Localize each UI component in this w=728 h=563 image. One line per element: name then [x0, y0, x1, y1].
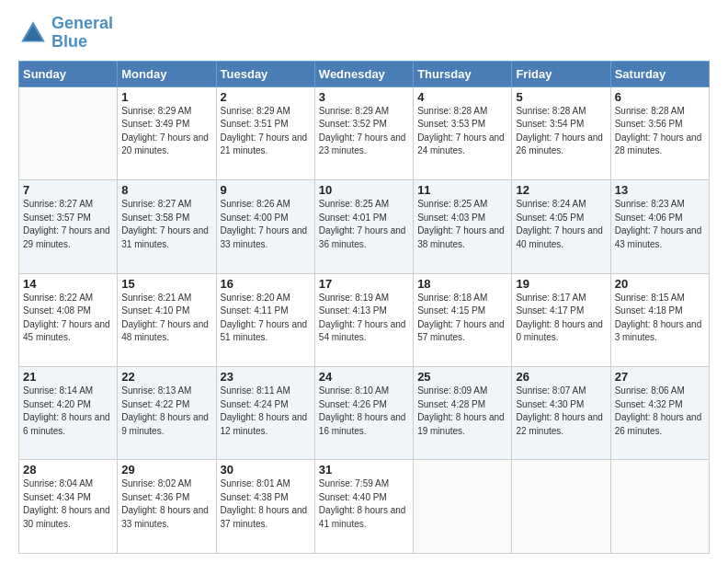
- day-number: 26: [516, 370, 606, 384]
- day-number: 28: [23, 463, 113, 477]
- day-number: 30: [221, 463, 311, 477]
- calendar-cell: 7Sunrise: 8:27 AMSunset: 3:57 PMDaylight…: [19, 180, 118, 273]
- day-number: 24: [319, 370, 409, 384]
- calendar-cell: 8Sunrise: 8:27 AMSunset: 3:58 PMDaylight…: [118, 180, 216, 273]
- day-number: 12: [516, 183, 606, 197]
- day-number: 7: [23, 183, 113, 197]
- day-info: Sunrise: 8:19 AMSunset: 4:13 PMDaylight:…: [319, 292, 409, 345]
- calendar-cell: 11Sunrise: 8:25 AMSunset: 4:03 PMDayligh…: [414, 180, 512, 273]
- header: General Blue: [18, 15, 710, 52]
- calendar-cell: 10Sunrise: 8:25 AMSunset: 4:01 PMDayligh…: [314, 180, 413, 273]
- day-number: 3: [319, 90, 409, 104]
- calendar-cell: 4Sunrise: 8:28 AMSunset: 3:53 PMDaylight…: [414, 86, 512, 179]
- day-number: 6: [615, 90, 705, 104]
- day-number: 13: [615, 183, 705, 197]
- day-number: 27: [615, 370, 705, 384]
- day-info: Sunrise: 7:59 AMSunset: 4:40 PMDaylight:…: [319, 477, 409, 531]
- day-number: 10: [319, 183, 409, 197]
- calendar-cell: [414, 460, 512, 554]
- calendar-cell: 26Sunrise: 8:07 AMSunset: 4:30 PMDayligh…: [512, 367, 610, 460]
- calendar-week-row: 14Sunrise: 8:22 AMSunset: 4:08 PMDayligh…: [19, 273, 710, 366]
- day-info: Sunrise: 8:10 AMSunset: 4:26 PMDaylight:…: [319, 385, 409, 438]
- calendar-cell: 27Sunrise: 8:06 AMSunset: 4:32 PMDayligh…: [610, 367, 709, 460]
- day-number: 4: [417, 90, 507, 104]
- calendar-cell: 28Sunrise: 8:04 AMSunset: 4:34 PMDayligh…: [19, 460, 118, 554]
- calendar-week-row: 7Sunrise: 8:27 AMSunset: 3:57 PMDaylight…: [19, 180, 710, 273]
- calendar-weekday: Thursday: [414, 61, 512, 86]
- calendar-cell: 25Sunrise: 8:09 AMSunset: 4:28 PMDayligh…: [414, 367, 512, 460]
- calendar-cell: 18Sunrise: 8:18 AMSunset: 4:15 PMDayligh…: [414, 273, 512, 366]
- calendar-cell: 13Sunrise: 8:23 AMSunset: 4:06 PMDayligh…: [610, 180, 709, 273]
- calendar-weekday: Saturday: [610, 61, 709, 86]
- page: General Blue SundayMondayTuesdayWednesda…: [0, 0, 728, 563]
- calendar-week-row: 1Sunrise: 8:29 AMSunset: 3:49 PMDaylight…: [19, 86, 710, 179]
- day-info: Sunrise: 8:06 AMSunset: 4:32 PMDaylight:…: [615, 385, 705, 438]
- day-info: Sunrise: 8:22 AMSunset: 4:08 PMDaylight:…: [23, 292, 113, 345]
- day-number: 29: [121, 463, 211, 477]
- day-info: Sunrise: 8:21 AMSunset: 4:10 PMDaylight:…: [121, 292, 211, 345]
- day-number: 22: [121, 370, 211, 384]
- day-info: Sunrise: 8:13 AMSunset: 4:22 PMDaylight:…: [121, 385, 211, 438]
- calendar-table: SundayMondayTuesdayWednesdayThursdayFrid…: [18, 61, 710, 554]
- day-info: Sunrise: 8:20 AMSunset: 4:11 PMDaylight:…: [221, 292, 311, 345]
- calendar-weekday: Monday: [118, 61, 216, 86]
- day-info: Sunrise: 8:23 AMSunset: 4:06 PMDaylight:…: [615, 198, 705, 251]
- day-number: 8: [121, 183, 211, 197]
- day-number: 5: [516, 90, 606, 104]
- day-info: Sunrise: 8:29 AMSunset: 3:51 PMDaylight:…: [221, 105, 311, 158]
- calendar-week-row: 28Sunrise: 8:04 AMSunset: 4:34 PMDayligh…: [19, 460, 710, 554]
- day-number: 19: [516, 277, 606, 291]
- day-info: Sunrise: 8:27 AMSunset: 3:58 PMDaylight:…: [121, 198, 211, 251]
- day-info: Sunrise: 8:11 AMSunset: 4:24 PMDaylight:…: [221, 385, 311, 438]
- calendar-weekday: Tuesday: [216, 61, 314, 86]
- calendar-cell: 30Sunrise: 8:01 AMSunset: 4:38 PMDayligh…: [216, 460, 314, 554]
- day-info: Sunrise: 8:28 AMSunset: 3:53 PMDaylight:…: [417, 105, 507, 158]
- calendar-cell: 16Sunrise: 8:20 AMSunset: 4:11 PMDayligh…: [216, 273, 314, 366]
- calendar-cell: 22Sunrise: 8:13 AMSunset: 4:22 PMDayligh…: [118, 367, 216, 460]
- day-number: 2: [221, 90, 311, 104]
- calendar-cell: 6Sunrise: 8:28 AMSunset: 3:56 PMDaylight…: [610, 86, 709, 179]
- logo: General Blue: [18, 15, 113, 52]
- day-info: Sunrise: 8:14 AMSunset: 4:20 PMDaylight:…: [23, 385, 113, 438]
- calendar-weekday: Wednesday: [314, 61, 413, 86]
- day-info: Sunrise: 8:07 AMSunset: 4:30 PMDaylight:…: [516, 385, 606, 438]
- calendar-cell: [610, 460, 709, 554]
- day-info: Sunrise: 8:09 AMSunset: 4:28 PMDaylight:…: [417, 385, 507, 438]
- calendar-cell: 12Sunrise: 8:24 AMSunset: 4:05 PMDayligh…: [512, 180, 610, 273]
- day-number: 20: [615, 277, 705, 291]
- day-number: 18: [417, 277, 507, 291]
- calendar-cell: 21Sunrise: 8:14 AMSunset: 4:20 PMDayligh…: [19, 367, 118, 460]
- day-number: 31: [319, 463, 409, 477]
- calendar-cell: 23Sunrise: 8:11 AMSunset: 4:24 PMDayligh…: [216, 367, 314, 460]
- day-number: 15: [121, 277, 211, 291]
- day-info: Sunrise: 8:01 AMSunset: 4:38 PMDaylight:…: [221, 477, 311, 531]
- calendar-cell: 9Sunrise: 8:26 AMSunset: 4:00 PMDaylight…: [216, 180, 314, 273]
- calendar-week-row: 21Sunrise: 8:14 AMSunset: 4:20 PMDayligh…: [19, 367, 710, 460]
- calendar-cell: 29Sunrise: 8:02 AMSunset: 4:36 PMDayligh…: [118, 460, 216, 554]
- calendar-header-row: SundayMondayTuesdayWednesdayThursdayFrid…: [19, 61, 710, 86]
- logo-icon: [18, 18, 48, 48]
- calendar-cell: 19Sunrise: 8:17 AMSunset: 4:17 PMDayligh…: [512, 273, 610, 366]
- logo-text: General Blue: [51, 15, 113, 52]
- day-info: Sunrise: 8:04 AMSunset: 4:34 PMDaylight:…: [23, 477, 113, 531]
- calendar-cell: 24Sunrise: 8:10 AMSunset: 4:26 PMDayligh…: [314, 367, 413, 460]
- calendar-cell: [512, 460, 610, 554]
- day-number: 11: [417, 183, 507, 197]
- day-info: Sunrise: 8:17 AMSunset: 4:17 PMDaylight:…: [516, 292, 606, 345]
- day-info: Sunrise: 8:02 AMSunset: 4:36 PMDaylight:…: [121, 477, 211, 531]
- day-info: Sunrise: 8:25 AMSunset: 4:01 PMDaylight:…: [319, 198, 409, 251]
- calendar-cell: 14Sunrise: 8:22 AMSunset: 4:08 PMDayligh…: [19, 273, 118, 366]
- calendar-cell: 31Sunrise: 7:59 AMSunset: 4:40 PMDayligh…: [314, 460, 413, 554]
- day-info: Sunrise: 8:18 AMSunset: 4:15 PMDaylight:…: [417, 292, 507, 345]
- day-info: Sunrise: 8:29 AMSunset: 3:52 PMDaylight:…: [319, 105, 409, 158]
- day-info: Sunrise: 8:24 AMSunset: 4:05 PMDaylight:…: [516, 198, 606, 251]
- calendar-cell: 17Sunrise: 8:19 AMSunset: 4:13 PMDayligh…: [314, 273, 413, 366]
- day-number: 25: [417, 370, 507, 384]
- day-number: 23: [221, 370, 311, 384]
- day-number: 16: [221, 277, 311, 291]
- calendar-cell: 15Sunrise: 8:21 AMSunset: 4:10 PMDayligh…: [118, 273, 216, 366]
- calendar-cell: [19, 86, 118, 179]
- calendar-cell: 20Sunrise: 8:15 AMSunset: 4:18 PMDayligh…: [610, 273, 709, 366]
- day-number: 17: [319, 277, 409, 291]
- day-number: 14: [23, 277, 113, 291]
